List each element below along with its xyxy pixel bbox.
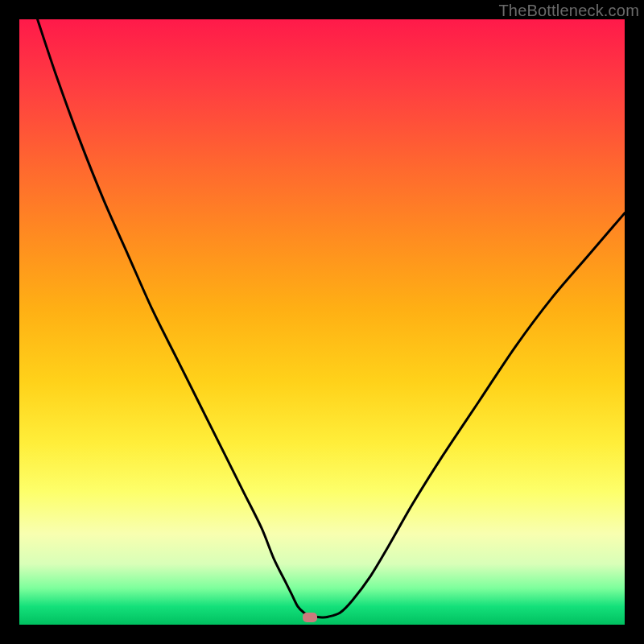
plot-area (19, 19, 625, 625)
optimal-marker (303, 613, 317, 622)
watermark-text: TheBottleneck.com (498, 2, 639, 20)
bottleneck-curve (19, 19, 625, 625)
chart-frame: TheBottleneck.com (0, 0, 644, 644)
